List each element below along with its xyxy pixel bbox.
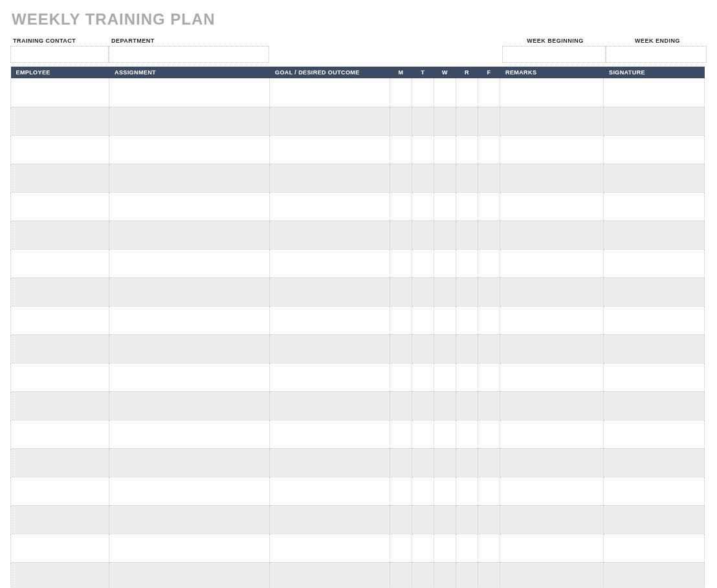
cell-signature[interactable]	[604, 278, 705, 306]
cell-w[interactable]	[434, 562, 456, 588]
cell-w[interactable]	[434, 221, 456, 249]
cell-r[interactable]	[456, 221, 478, 249]
cell-assignment[interactable]	[109, 107, 270, 135]
cell-assignment[interactable]	[109, 391, 270, 420]
cell-r[interactable]	[456, 107, 478, 135]
cell-signature[interactable]	[604, 448, 705, 477]
cell-r[interactable]	[456, 78, 478, 107]
cell-r[interactable]	[456, 249, 478, 278]
cell-f[interactable]	[478, 278, 500, 306]
cell-signature[interactable]	[604, 334, 705, 363]
cell-w[interactable]	[434, 334, 456, 363]
cell-remarks[interactable]	[500, 135, 604, 164]
cell-remarks[interactable]	[500, 391, 604, 420]
cell-t[interactable]	[412, 278, 434, 306]
cell-goal[interactable]	[270, 78, 390, 107]
cell-goal[interactable]	[270, 278, 390, 306]
cell-f[interactable]	[478, 107, 500, 135]
cell-employee[interactable]	[11, 534, 109, 562]
cell-goal[interactable]	[270, 306, 390, 334]
cell-f[interactable]	[478, 192, 500, 221]
cell-r[interactable]	[456, 420, 478, 448]
cell-m[interactable]	[390, 477, 412, 505]
cell-w[interactable]	[434, 391, 456, 420]
cell-signature[interactable]	[604, 562, 705, 588]
cell-w[interactable]	[434, 78, 456, 107]
cell-m[interactable]	[390, 221, 412, 249]
cell-remarks[interactable]	[500, 306, 604, 334]
cell-remarks[interactable]	[500, 107, 604, 135]
cell-r[interactable]	[456, 448, 478, 477]
week-ending-field[interactable]	[606, 46, 707, 63]
cell-goal[interactable]	[270, 505, 390, 534]
cell-assignment[interactable]	[109, 562, 270, 588]
cell-signature[interactable]	[604, 221, 705, 249]
cell-employee[interactable]	[11, 135, 109, 164]
cell-goal[interactable]	[270, 391, 390, 420]
cell-m[interactable]	[390, 306, 412, 334]
cell-assignment[interactable]	[109, 164, 270, 192]
cell-f[interactable]	[478, 363, 500, 391]
cell-w[interactable]	[434, 192, 456, 221]
cell-assignment[interactable]	[109, 135, 270, 164]
cell-m[interactable]	[390, 562, 412, 588]
cell-f[interactable]	[478, 477, 500, 505]
cell-goal[interactable]	[270, 221, 390, 249]
cell-signature[interactable]	[604, 477, 705, 505]
cell-signature[interactable]	[604, 192, 705, 221]
cell-remarks[interactable]	[500, 164, 604, 192]
cell-f[interactable]	[478, 135, 500, 164]
cell-t[interactable]	[412, 164, 434, 192]
cell-assignment[interactable]	[109, 306, 270, 334]
cell-w[interactable]	[434, 534, 456, 562]
cell-remarks[interactable]	[500, 278, 604, 306]
cell-m[interactable]	[390, 78, 412, 107]
cell-r[interactable]	[456, 391, 478, 420]
cell-employee[interactable]	[11, 306, 109, 334]
cell-goal[interactable]	[270, 534, 390, 562]
cell-employee[interactable]	[11, 192, 109, 221]
cell-employee[interactable]	[11, 334, 109, 363]
department-field[interactable]	[109, 46, 269, 63]
cell-f[interactable]	[478, 391, 500, 420]
cell-remarks[interactable]	[500, 420, 604, 448]
cell-f[interactable]	[478, 306, 500, 334]
cell-goal[interactable]	[270, 448, 390, 477]
cell-r[interactable]	[456, 135, 478, 164]
cell-remarks[interactable]	[500, 363, 604, 391]
cell-t[interactable]	[412, 135, 434, 164]
week-beginning-field[interactable]	[502, 46, 606, 63]
cell-assignment[interactable]	[109, 505, 270, 534]
cell-r[interactable]	[456, 278, 478, 306]
cell-employee[interactable]	[11, 477, 109, 505]
cell-r[interactable]	[456, 334, 478, 363]
cell-employee[interactable]	[11, 221, 109, 249]
cell-t[interactable]	[412, 249, 434, 278]
cell-m[interactable]	[390, 420, 412, 448]
cell-goal[interactable]	[270, 107, 390, 135]
cell-goal[interactable]	[270, 363, 390, 391]
cell-m[interactable]	[390, 278, 412, 306]
cell-t[interactable]	[412, 391, 434, 420]
cell-t[interactable]	[412, 334, 434, 363]
cell-remarks[interactable]	[500, 562, 604, 588]
cell-m[interactable]	[390, 192, 412, 221]
cell-remarks[interactable]	[500, 192, 604, 221]
cell-t[interactable]	[412, 534, 434, 562]
cell-t[interactable]	[412, 505, 434, 534]
cell-t[interactable]	[412, 477, 434, 505]
cell-signature[interactable]	[604, 306, 705, 334]
cell-signature[interactable]	[604, 249, 705, 278]
cell-signature[interactable]	[604, 78, 705, 107]
cell-w[interactable]	[434, 363, 456, 391]
cell-remarks[interactable]	[500, 334, 604, 363]
cell-t[interactable]	[412, 78, 434, 107]
cell-m[interactable]	[390, 505, 412, 534]
cell-t[interactable]	[412, 562, 434, 588]
cell-m[interactable]	[390, 164, 412, 192]
cell-m[interactable]	[390, 135, 412, 164]
cell-remarks[interactable]	[500, 505, 604, 534]
cell-t[interactable]	[412, 306, 434, 334]
cell-w[interactable]	[434, 164, 456, 192]
cell-t[interactable]	[412, 192, 434, 221]
